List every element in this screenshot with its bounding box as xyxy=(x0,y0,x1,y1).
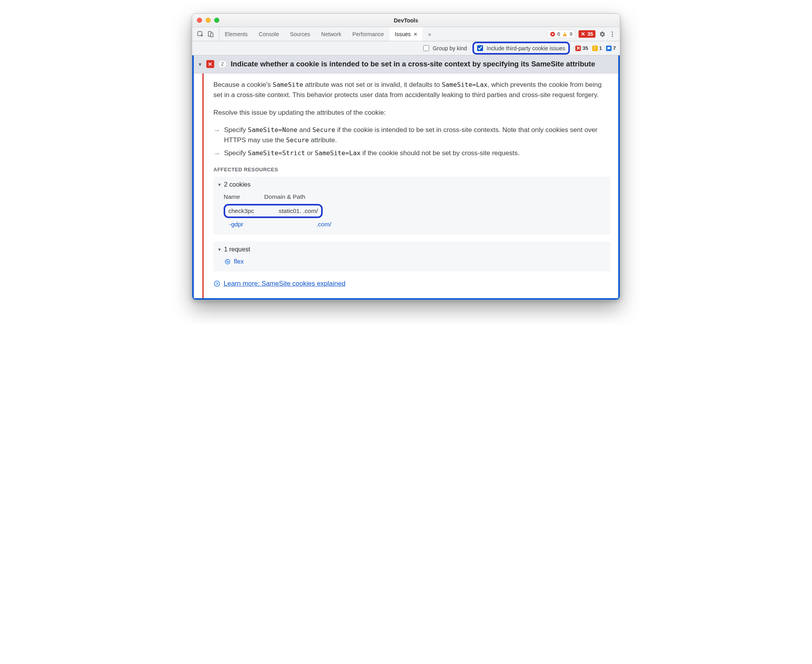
tab-label: Issues xyxy=(395,31,411,37)
main-toolbar: Elements Console Sources Network Perform… xyxy=(192,27,620,41)
arrow-right-icon: → xyxy=(213,125,220,146)
error-icon xyxy=(550,32,555,37)
svg-point-8 xyxy=(612,35,613,37)
svg-point-6 xyxy=(612,31,613,33)
issue-title: Indicate whether a cookie is intended to… xyxy=(231,59,595,69)
cookies-tree: ▼ 2 cookies Name Domain & Path check3pc xyxy=(217,180,606,230)
svg-point-10 xyxy=(214,281,220,286)
issue-body: Because a cookie's SameSite attribute wa… xyxy=(194,73,618,298)
count-breaking[interactable]: ✕ 35 xyxy=(575,45,588,51)
code-inline: SameSite=Lax xyxy=(442,81,488,88)
disclosure-triangle-icon[interactable]: ▼ xyxy=(198,62,202,67)
tab-label: Network xyxy=(321,31,341,37)
tab-label: Performance xyxy=(352,31,384,37)
cookie-name: -gdpr xyxy=(229,220,272,229)
highlighted-cookie: check3pc static01. .com/ xyxy=(224,204,323,218)
tab-sources[interactable]: Sources xyxy=(285,27,316,41)
close-tab-icon[interactable]: × xyxy=(414,31,417,37)
arrow-right-icon: → xyxy=(213,149,220,159)
cookies-summary[interactable]: ▼ 2 cookies xyxy=(217,180,606,190)
devtools-window: DevTools Elements Console Sources Networ… xyxy=(192,13,620,300)
issue-paragraph: Because a cookie's SameSite attribute wa… xyxy=(213,80,610,101)
more-options-icon[interactable] xyxy=(609,31,616,38)
disclosure-triangle-icon: ▼ xyxy=(217,182,222,188)
request-name: flex xyxy=(234,257,244,267)
external-link-icon xyxy=(213,280,220,287)
issues-toolbar: Group by kind Include third-party cookie… xyxy=(192,41,620,55)
include-third-party-label: Include third-party cookie issues xyxy=(487,45,565,51)
issue-counts: ✕ 35 ! 1 7 xyxy=(575,45,616,51)
affected-requests-box: ▼ 1 request flex xyxy=(213,242,610,271)
count-info[interactable]: 7 xyxy=(606,45,616,51)
severity-rail xyxy=(194,73,212,298)
console-status-pill[interactable]: 6 9 xyxy=(547,30,575,38)
request-row[interactable]: flex xyxy=(224,257,606,267)
count-value: 7 xyxy=(613,45,616,51)
tab-network[interactable]: Network xyxy=(316,27,347,41)
affected-resources-label: Affected Resources xyxy=(213,166,610,174)
code-inline: Secure xyxy=(312,126,335,134)
issue-suggestion: → Specify SameSite=Strict or SameSite=La… xyxy=(213,148,610,159)
device-toggle-icon[interactable] xyxy=(207,31,214,38)
tab-console[interactable]: Console xyxy=(253,27,284,41)
tab-elements[interactable]: Elements xyxy=(219,27,253,41)
tab-label: Console xyxy=(259,31,279,37)
disclosure-triangle-icon: ▼ xyxy=(217,246,222,253)
cookie-row[interactable]: check3pc static01. .com/ xyxy=(224,203,606,219)
warning-icon: ! xyxy=(592,46,598,51)
count-value: 1 xyxy=(599,45,602,51)
learn-more-row: Learn more: SameSite cookies explained xyxy=(213,279,610,289)
cookie-table: Name Domain & Path check3pc static01. .c… xyxy=(224,192,606,230)
tab-issues[interactable]: Issues × xyxy=(389,27,423,41)
svg-rect-2 xyxy=(211,33,213,37)
group-by-kind-input[interactable] xyxy=(423,45,429,51)
chevron-right-double-icon: » xyxy=(428,31,431,37)
svg-rect-4 xyxy=(565,33,565,35)
requests-summary-label: 1 request xyxy=(224,245,250,255)
breaking-icon: ✕ xyxy=(575,46,581,51)
svg-point-7 xyxy=(612,33,613,35)
cookie-domain: .com/ xyxy=(316,220,331,229)
include-third-party-checkbox[interactable]: Include third-party cookie issues xyxy=(476,44,565,52)
issue-header[interactable]: ▼ ✕ 2 Indicate whether a cookie is inten… xyxy=(194,55,618,73)
issue-occurrence-count: 2 xyxy=(218,60,227,68)
include-third-party-input[interactable] xyxy=(477,45,483,51)
requests-tree: ▼ 1 request flex xyxy=(217,245,606,267)
group-by-kind-checkbox[interactable]: Group by kind xyxy=(422,44,467,52)
inspect-element-icon[interactable] xyxy=(197,31,204,38)
group-by-kind-label: Group by kind xyxy=(433,45,467,51)
warning-icon xyxy=(562,32,567,37)
count-value: 35 xyxy=(582,45,588,51)
count-improvement[interactable]: ! 1 xyxy=(592,45,602,51)
requests-summary[interactable]: ▼ 1 request xyxy=(217,245,606,255)
cookie-row[interactable]: -gdpr .com/ xyxy=(224,219,606,230)
cookie-name: check3pc xyxy=(228,206,272,216)
issue-suggestion: → Specify SameSite=None and Secure if th… xyxy=(213,125,610,146)
error-count: 6 xyxy=(557,31,560,37)
chat-icon xyxy=(606,46,612,51)
tab-label: Elements xyxy=(225,31,248,37)
cookies-summary-label: 2 cookies xyxy=(224,180,251,190)
settings-icon[interactable] xyxy=(599,31,606,38)
breaking-badge[interactable]: ✕ 35 xyxy=(579,30,595,38)
code-inline: SameSite=Strict xyxy=(248,149,305,157)
cookie-domain: static01. .com/ xyxy=(279,206,318,216)
code-inline: Secure xyxy=(286,136,309,144)
severity-error-icon: ✕ xyxy=(206,60,214,68)
issues-panel: ▼ ✕ 2 Indicate whether a cookie is inten… xyxy=(192,55,620,300)
affected-cookies-box: ▼ 2 cookies Name Domain & Path check3pc xyxy=(213,177,610,235)
warning-count: 9 xyxy=(570,31,572,37)
more-tabs-button[interactable]: » xyxy=(423,27,437,41)
code-inline: SameSite xyxy=(273,81,303,88)
issue-paragraph: Resolve this issue by updating the attri… xyxy=(213,108,610,118)
svg-rect-5 xyxy=(565,35,565,35)
learn-more-link[interactable]: Learn more: SameSite cookies explained xyxy=(224,279,345,289)
breaking-icon: ✕ xyxy=(581,31,585,37)
tab-performance[interactable]: Performance xyxy=(347,27,389,41)
breaking-count: 35 xyxy=(588,31,593,37)
titlebar: DevTools xyxy=(192,14,620,27)
code-inline: SameSite=None xyxy=(248,126,297,134)
window-title: DevTools xyxy=(192,17,620,24)
code-inline: SameSite=Lax xyxy=(315,149,361,157)
tab-label: Sources xyxy=(290,31,310,37)
